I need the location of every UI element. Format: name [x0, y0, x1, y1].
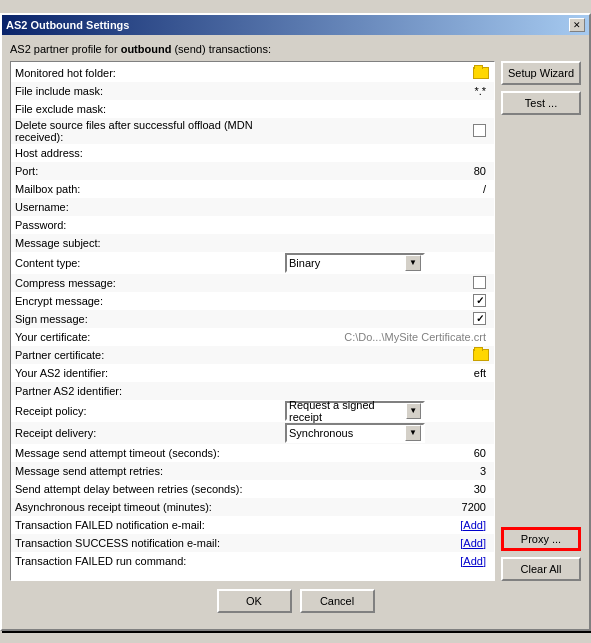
- row-receipt-policy: Receipt policy: Request a signed receipt…: [11, 400, 494, 422]
- label-partner-certificate: Partner certificate:: [15, 349, 285, 361]
- label-monitored-hot-folder: Monitored hot folder:: [15, 67, 285, 79]
- receipt-delivery-select-container: Synchronous ▼: [285, 423, 490, 443]
- form-scroll[interactable]: Monitored hot folder: File include mask:…: [11, 62, 494, 580]
- label-success-notification: Transaction SUCCESS notification e-mail:: [15, 537, 285, 549]
- checkbox-encrypt-message[interactable]: [473, 294, 486, 307]
- label-file-exclude-mask: File exclude mask:: [15, 103, 285, 115]
- row-host-address: Host address:: [11, 144, 494, 162]
- checkbox-compress-message[interactable]: [473, 276, 486, 289]
- row-receipt-delivery: Receipt delivery: Synchronous ▼: [11, 422, 494, 444]
- row-mailbox-path: Mailbox path: /: [11, 180, 494, 198]
- clear-all-button[interactable]: Clear All: [501, 557, 581, 581]
- title-controls: ✕: [569, 18, 585, 32]
- label-your-certificate: Your certificate:: [15, 331, 285, 343]
- label-mailbox-path: Mailbox path:: [15, 183, 285, 195]
- label-failed-command: Transaction FAILED run command:: [15, 555, 285, 567]
- row-sign-message: Sign message:: [11, 310, 494, 328]
- subtitle: AS2 partner profile for outbound (send) …: [10, 43, 581, 55]
- row-message-subject: Message subject:: [11, 234, 494, 252]
- label-message-subject: Message subject:: [15, 237, 285, 249]
- row-your-certificate: Your certificate: C:\Do...\MySite Certif…: [11, 328, 494, 346]
- value-your-certificate: C:\Do...\MySite Certificate.crt: [285, 331, 490, 343]
- label-host-address: Host address:: [15, 147, 285, 159]
- row-your-as2-id: Your AS2 identifier: eft: [11, 364, 494, 382]
- label-partner-as2-id: Partner AS2 identifier:: [15, 385, 285, 397]
- setup-wizard-button[interactable]: Setup Wizard: [501, 61, 581, 85]
- subtitle-suffix: (send) transactions:: [171, 43, 271, 55]
- bottom-panel: OK Cancel: [10, 581, 581, 621]
- title-bar: AS2 Outbound Settings ✕: [2, 15, 589, 35]
- folder-icon-hot-folder[interactable]: [472, 65, 490, 81]
- test-button[interactable]: Test ...: [501, 91, 581, 115]
- value-retry-delay: 30: [285, 483, 490, 495]
- label-failed-notification: Transaction FAILED notification e-mail:: [15, 519, 285, 531]
- value-mailbox-path: /: [285, 183, 490, 195]
- receipt-policy-value: Request a signed receipt: [289, 399, 406, 423]
- row-retry-delay: Send attempt delay between retries (seco…: [11, 480, 494, 498]
- receipt-policy-select[interactable]: Request a signed receipt ▼: [285, 401, 425, 421]
- receipt-delivery-arrow[interactable]: ▼: [405, 425, 421, 441]
- row-partner-certificate: Partner certificate:: [11, 346, 494, 364]
- row-success-notification: Transaction SUCCESS notification e-mail:…: [11, 534, 494, 552]
- subtitle-prefix: AS2 partner profile for: [10, 43, 121, 55]
- label-receipt-delivery: Receipt delivery:: [15, 427, 285, 439]
- value-file-include-mask: *.*: [285, 85, 490, 97]
- receipt-delivery-select[interactable]: Synchronous ▼: [285, 423, 425, 443]
- folder-icon-partner-cert[interactable]: [472, 347, 490, 363]
- content-type-arrow[interactable]: ▼: [405, 255, 421, 271]
- label-file-include-mask: File include mask:: [15, 85, 285, 97]
- value-success-notification[interactable]: [Add]: [285, 537, 490, 549]
- proxy-button[interactable]: Proxy ...: [501, 527, 581, 551]
- label-your-as2-id: Your AS2 identifier:: [15, 367, 285, 379]
- value-failed-notification[interactable]: [Add]: [285, 519, 490, 531]
- content-type-value: Binary: [289, 257, 320, 269]
- label-content-type: Content type:: [15, 257, 285, 269]
- ok-button[interactable]: OK: [217, 589, 292, 613]
- label-send-timeout: Message send attempt timeout (seconds):: [15, 447, 285, 459]
- form-panel: Monitored hot folder: File include mask:…: [10, 61, 495, 581]
- label-send-retries: Message send attempt retries:: [15, 465, 285, 477]
- value-async-timeout: 7200: [285, 501, 490, 513]
- label-username: Username:: [15, 201, 285, 213]
- receipt-delivery-value: Synchronous: [289, 427, 353, 439]
- value-send-timeout: 60: [285, 447, 490, 459]
- label-retry-delay: Send attempt delay between retries (seco…: [15, 483, 285, 495]
- row-monitored-hot-folder: Monitored hot folder:: [11, 64, 494, 82]
- row-password: Password:: [11, 216, 494, 234]
- checkbox-sign-message[interactable]: [473, 312, 486, 325]
- window-body: AS2 partner profile for outbound (send) …: [2, 35, 589, 629]
- label-delete-source-files: Delete source files after successful off…: [15, 119, 285, 143]
- label-compress-message: Compress message:: [15, 277, 285, 289]
- value-your-as2-id: eft: [285, 367, 490, 379]
- receipt-policy-arrow[interactable]: ▼: [406, 403, 421, 419]
- row-failed-command: Transaction FAILED run command: [Add]: [11, 552, 494, 570]
- content-type-select[interactable]: Binary ▼: [285, 253, 425, 273]
- value-port: 80: [285, 165, 490, 177]
- checkbox-delete-source-files[interactable]: [473, 124, 486, 137]
- spacer: [501, 121, 581, 521]
- label-sign-message: Sign message:: [15, 313, 285, 325]
- window-title: AS2 Outbound Settings: [6, 19, 129, 31]
- main-window: AS2 Outbound Settings ✕ AS2 partner prof…: [0, 13, 591, 631]
- row-partner-as2-id: Partner AS2 identifier:: [11, 382, 494, 400]
- label-password: Password:: [15, 219, 285, 231]
- value-send-retries: 3: [285, 465, 490, 477]
- label-async-timeout: Asynchronous receipt timeout (minutes):: [15, 501, 285, 513]
- right-panel: Setup Wizard Test ... Proxy ... Clear Al…: [501, 61, 581, 581]
- receipt-policy-select-container: Request a signed receipt ▼: [285, 401, 490, 421]
- row-encrypt-message: Encrypt message:: [11, 292, 494, 310]
- content-area: Monitored hot folder: File include mask:…: [10, 61, 581, 581]
- row-send-timeout: Message send attempt timeout (seconds): …: [11, 444, 494, 462]
- value-failed-command[interactable]: [Add]: [285, 555, 490, 567]
- row-port: Port: 80: [11, 162, 494, 180]
- label-port: Port:: [15, 165, 285, 177]
- row-file-include-mask: File include mask: *.*: [11, 82, 494, 100]
- row-delete-source-files: Delete source files after successful off…: [11, 118, 494, 144]
- cancel-button[interactable]: Cancel: [300, 589, 375, 613]
- close-button[interactable]: ✕: [569, 18, 585, 32]
- label-receipt-policy: Receipt policy:: [15, 405, 285, 417]
- subtitle-bold: outbound: [121, 43, 172, 55]
- label-encrypt-message: Encrypt message:: [15, 295, 285, 307]
- row-compress-message: Compress message:: [11, 274, 494, 292]
- row-async-timeout: Asynchronous receipt timeout (minutes): …: [11, 498, 494, 516]
